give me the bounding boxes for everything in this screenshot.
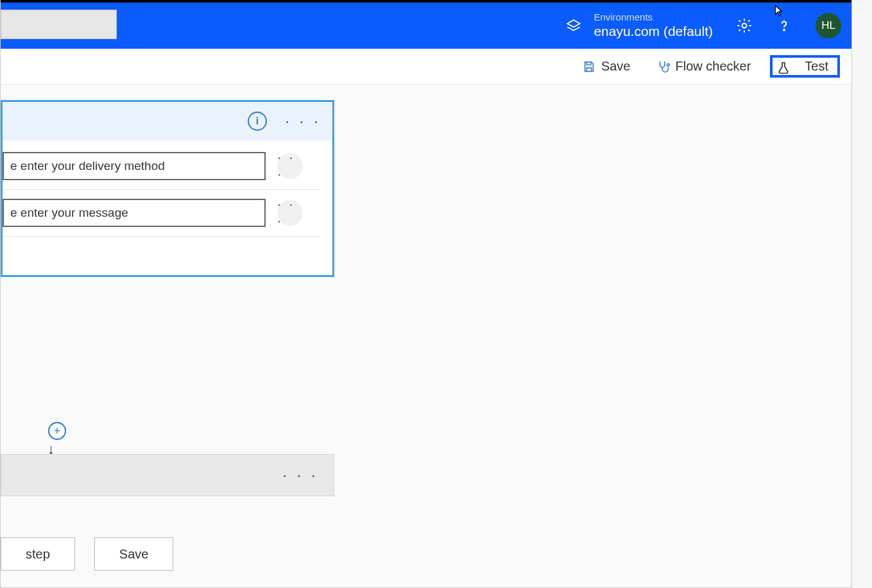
trigger-card-body: · · · · · · <box>3 140 332 275</box>
save-button[interactable]: Save <box>576 55 637 78</box>
save-label: Save <box>601 59 631 74</box>
avatar-initials: HL <box>821 19 835 32</box>
input-more-icon[interactable]: · · · <box>277 153 303 179</box>
flow-checker-button[interactable]: Flow checker <box>650 55 758 78</box>
save-flow-button[interactable]: Save <box>94 537 174 571</box>
bottom-button-row: step Save <box>1 537 173 571</box>
save-icon <box>582 60 596 74</box>
svg-point-1 <box>783 29 785 31</box>
test-button[interactable]: Test <box>770 55 840 78</box>
flask-icon <box>776 61 791 75</box>
trigger-card-header: i · · · <box>3 102 332 140</box>
svg-point-0 <box>742 24 747 28</box>
trigger-card[interactable]: i · · · · · · · · · <box>1 100 334 277</box>
stethoscope-icon <box>656 60 671 74</box>
next-step-placeholder[interactable]: · · · <box>1 454 334 496</box>
avatar[interactable]: HL <box>816 13 841 38</box>
svg-point-2 <box>667 63 669 66</box>
app-header: Environments enayu.com (default) HL <box>1 3 851 49</box>
command-bar: Save Flow checker Test <box>1 49 851 85</box>
search-input[interactable] <box>1 10 117 39</box>
environment-icon <box>565 17 582 34</box>
cursor-icon <box>771 4 785 18</box>
more-icon[interactable]: · · · <box>282 466 318 485</box>
gear-icon[interactable] <box>736 17 753 34</box>
environment-selector[interactable]: Environments enayu.com (default) <box>565 12 713 39</box>
input-more-icon[interactable]: · · · <box>277 200 303 226</box>
new-step-button[interactable]: step <box>1 537 75 571</box>
add-step-icon[interactable]: + <box>48 422 66 440</box>
message-input[interactable] <box>3 199 266 227</box>
input-row-2: · · · <box>3 190 321 237</box>
flow-canvas[interactable]: i · · · · · · · · · + ↓ · · · <box>1 85 851 587</box>
input-row-1: · · · <box>3 152 321 190</box>
more-icon[interactable]: · · · <box>285 112 321 131</box>
flow-checker-label: Flow checker <box>676 59 751 74</box>
environments-label: Environments <box>594 12 713 23</box>
help-icon[interactable] <box>776 17 792 34</box>
environment-name: enayu.com (default) <box>594 23 713 39</box>
delivery-method-input[interactable] <box>3 152 266 180</box>
test-label: Test <box>805 59 828 74</box>
info-icon[interactable]: i <box>248 112 267 131</box>
